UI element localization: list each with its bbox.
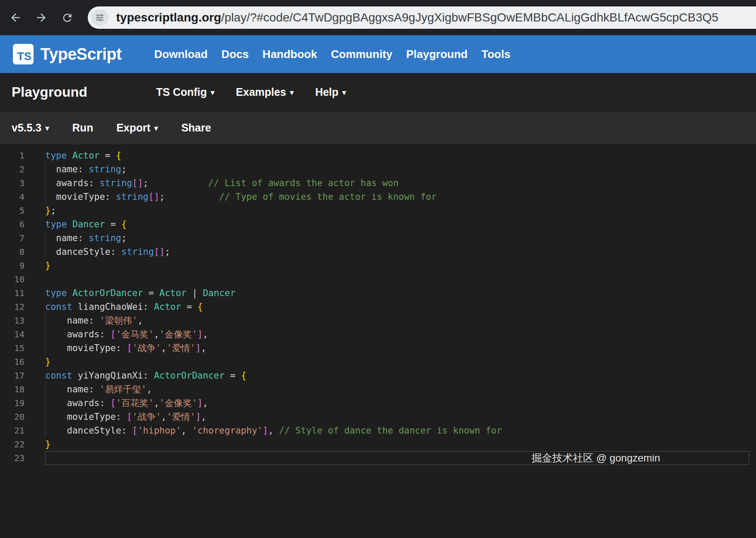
code-line-4[interactable]: 4 movieType: string[]; // Type of movies… xyxy=(0,190,756,204)
playground-bar: Playground TS Config▾Examples▾Help▾ xyxy=(0,73,756,111)
forward-button[interactable] xyxy=(31,7,52,28)
code-text: awards: string[]; // List of awards the … xyxy=(45,176,749,190)
code-text: } xyxy=(45,259,749,272)
site-info-button[interactable] xyxy=(91,9,108,26)
toolbar-share[interactable]: Share xyxy=(181,122,211,134)
code-text: } xyxy=(45,355,749,369)
toolbar-v5-5-3[interactable]: v5.5.3▾ xyxy=(12,122,49,134)
code-text: type Dancer = { xyxy=(45,217,749,231)
code-line-19[interactable]: 19 awards: ['百花奖','金像奖'], xyxy=(0,396,756,410)
line-number: 17 xyxy=(0,369,25,382)
typescript-logo[interactable]: TS xyxy=(13,44,34,64)
code-line-8[interactable]: 8 danceStyle: string[]; xyxy=(0,245,756,259)
toolbar-run[interactable]: Run xyxy=(72,122,93,134)
code-text: name: '梁朝伟', xyxy=(45,314,749,327)
line-number: 1 xyxy=(0,149,25,162)
forward-arrow-icon xyxy=(35,11,48,24)
code-line-10[interactable]: 10 xyxy=(0,272,756,286)
watermark: 掘金技术社区 @ gongzemin xyxy=(532,451,660,465)
nav-item-playground[interactable]: Playground xyxy=(406,48,467,61)
line-number: 14 xyxy=(0,327,25,341)
code-line-20[interactable]: 20 movieType: ['战争','爱情'], xyxy=(0,410,756,424)
page-title: Playground xyxy=(12,84,87,100)
code-line-21[interactable]: 21 danceStyle: ['hiphop', 'choregraphy']… xyxy=(0,424,756,437)
menu-ts-config[interactable]: TS Config▾ xyxy=(156,86,215,98)
code-line-15[interactable]: 15 movieType: ['战争','爱情'], xyxy=(0,341,756,355)
code-text: danceStyle: string[]; xyxy=(45,245,749,259)
nav-item-docs[interactable]: Docs xyxy=(221,48,249,61)
url-path: /play/?#code/C4TwDgpgBAggxsA9gJygXigbwFB… xyxy=(221,11,718,24)
playground-menus: TS Config▾Examples▾Help▾ xyxy=(156,86,346,98)
code-line-5[interactable]: 5}; xyxy=(0,204,756,217)
line-number: 9 xyxy=(0,259,25,272)
back-arrow-icon xyxy=(9,11,22,24)
code-text: movieType: ['战争','爱情'], xyxy=(45,341,749,355)
line-number: 7 xyxy=(0,231,25,245)
code-line-1[interactable]: 1type Actor = { xyxy=(0,149,756,162)
header-nav: DownloadDocsHandbookCommunityPlaygroundT… xyxy=(154,48,510,61)
line-number: 10 xyxy=(0,272,25,286)
code-text: movieType: ['战争','爱情'], xyxy=(45,410,749,424)
code-text: }; xyxy=(45,204,749,217)
site-header: TS TypeScript DownloadDocsHandbookCommun… xyxy=(0,35,756,73)
code-text: awards: ['金马奖','金像奖'], xyxy=(45,327,749,341)
nav-item-download[interactable]: Download xyxy=(154,48,208,61)
line-number: 2 xyxy=(0,162,25,176)
code-text: } xyxy=(45,437,749,451)
line-number: 15 xyxy=(0,341,25,355)
code-line-6[interactable]: 6type Dancer = { xyxy=(0,217,756,231)
code-line-2[interactable]: 2 name: string; xyxy=(0,162,756,176)
line-number: 16 xyxy=(0,355,25,369)
code-text: awards: ['百花奖','金像奖'], xyxy=(45,396,749,410)
chevron-down-icon: ▾ xyxy=(154,124,158,133)
code-text: movieType: string[]; // Type of movies t… xyxy=(45,190,749,204)
reload-icon xyxy=(61,12,74,24)
chevron-down-icon: ▾ xyxy=(290,88,294,97)
line-number: 12 xyxy=(0,300,25,314)
code-line-16[interactable]: 16} xyxy=(0,355,756,369)
menu-help[interactable]: Help▾ xyxy=(315,86,346,98)
url-bar[interactable]: typescriptlang.org/play/?#code/C4TwDgpgB… xyxy=(88,6,756,29)
chevron-down-icon: ▾ xyxy=(211,88,215,97)
url-text: typescriptlang.org/play/?#code/C4TwDgpgB… xyxy=(116,11,719,24)
chevron-down-icon: ▾ xyxy=(342,88,346,97)
code-text: danceStyle: ['hiphop', 'choregraphy'], /… xyxy=(45,424,749,437)
code-line-11[interactable]: 11type ActorOrDancer = Actor | Dancer xyxy=(0,286,756,300)
code-line-3[interactable]: 3 awards: string[]; // List of awards th… xyxy=(0,176,756,190)
line-number: 6 xyxy=(0,217,25,231)
nav-item-tools[interactable]: Tools xyxy=(481,48,510,61)
code-text: type Actor = { xyxy=(45,149,749,162)
back-button[interactable] xyxy=(5,7,26,28)
code-line-7[interactable]: 7 name: string; xyxy=(0,231,756,245)
menu-examples[interactable]: Examples▾ xyxy=(236,86,294,98)
site-title[interactable]: TypeScript xyxy=(40,45,122,64)
code-line-14[interactable]: 14 awards: ['金马奖','金像奖'], xyxy=(0,327,756,341)
code-line-22[interactable]: 22} xyxy=(0,437,756,451)
code-line-18[interactable]: 18 name: '易烊千玺', xyxy=(0,382,756,396)
code-editor[interactable]: 1type Actor = {2 name: string;3 awards: … xyxy=(0,144,756,538)
code-line-12[interactable]: 12const liangChaoWei: Actor = { xyxy=(0,300,756,314)
code-lines: 1type Actor = {2 name: string;3 awards: … xyxy=(0,149,756,465)
nav-item-handbook[interactable]: Handbook xyxy=(262,48,317,61)
line-number: 19 xyxy=(0,396,25,410)
reload-button[interactable] xyxy=(57,7,77,28)
browser-toolbar: typescriptlang.org/play/?#code/C4TwDgpgB… xyxy=(0,0,756,35)
line-number: 18 xyxy=(0,382,25,396)
editor-toolbar: v5.5.3▾RunExport▾Share xyxy=(0,111,756,144)
code-text: const yiYangQianXi: ActorOrDancer = { xyxy=(45,369,749,382)
line-number: 21 xyxy=(0,424,25,437)
line-number: 8 xyxy=(0,245,25,259)
code-text: name: string; xyxy=(45,162,749,176)
code-text xyxy=(45,272,749,286)
code-text: name: '易烊千玺', xyxy=(45,382,749,396)
line-number: 22 xyxy=(0,437,25,451)
code-line-9[interactable]: 9} xyxy=(0,259,756,272)
chevron-down-icon: ▾ xyxy=(46,124,49,133)
code-line-13[interactable]: 13 name: '梁朝伟', xyxy=(0,314,756,327)
line-number: 5 xyxy=(0,204,25,217)
nav-item-community[interactable]: Community xyxy=(331,48,392,61)
line-number: 13 xyxy=(0,314,25,327)
toolbar-export[interactable]: Export▾ xyxy=(117,122,158,134)
code-line-17[interactable]: 17const yiYangQianXi: ActorOrDancer = { xyxy=(0,369,756,382)
code-text: type ActorOrDancer = Actor | Dancer xyxy=(45,286,749,300)
